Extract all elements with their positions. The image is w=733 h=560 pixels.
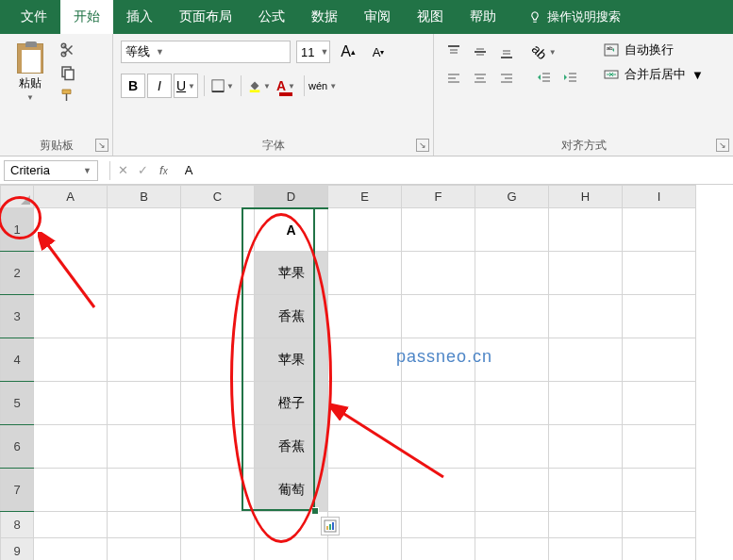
cell[interactable] [181,208,255,252]
cell[interactable] [181,469,255,512]
cell[interactable] [402,252,475,295]
cell[interactable] [34,338,108,382]
cell[interactable] [549,538,623,561]
align-top-button[interactable] [441,40,466,64]
italic-button[interactable]: I [147,74,172,98]
cancel-formula-button[interactable]: ✕ [118,163,128,177]
cell[interactable] [328,382,402,425]
row-header[interactable]: 9 [1,538,34,561]
cut-button[interactable] [58,41,77,58]
align-left-button[interactable] [441,66,466,91]
col-header-A[interactable]: A [34,186,108,208]
underline-button[interactable]: U▼ [174,74,198,98]
col-header-D[interactable]: D [255,186,328,208]
cell[interactable] [475,338,549,382]
cell[interactable] [475,252,549,295]
col-header-C[interactable]: C [181,186,255,208]
phonetic-button[interactable]: wén▼ [310,74,335,98]
wrap-text-button[interactable]: ab 自动换行 [604,41,704,58]
clipboard-dialog-launcher[interactable]: ↘ [95,139,108,152]
cell[interactable] [402,469,475,512]
cell[interactable] [108,295,181,338]
cell[interactable] [34,382,108,425]
cell[interactable] [255,512,328,538]
cell[interactable] [402,338,475,382]
select-all-corner[interactable] [1,186,34,208]
cell[interactable] [402,425,475,469]
tab-review[interactable]: 审阅 [351,0,404,34]
tab-home[interactable]: 开始 [60,0,113,34]
cell[interactable] [402,208,475,252]
cell-D1[interactable]: A [255,208,328,252]
decrease-indent-button[interactable] [532,66,557,91]
align-center-button[interactable] [468,66,492,91]
cell[interactable] [475,425,549,469]
cell[interactable] [181,338,255,382]
merge-center-button[interactable]: 合并后居中 ▼ [604,66,704,83]
col-header-F[interactable]: F [402,186,475,208]
tab-formulas[interactable]: 公式 [245,0,298,34]
row-header[interactable]: 4 [1,338,34,382]
align-right-button[interactable] [494,66,519,91]
cell[interactable] [108,469,181,512]
border-button[interactable]: ▼ [210,74,235,98]
cell[interactable] [108,538,181,561]
cell[interactable] [623,208,696,252]
cell[interactable] [328,338,402,382]
cell-D3[interactable]: 香蕉 [255,295,328,338]
cell[interactable] [34,538,108,561]
col-header-I[interactable]: I [623,186,696,208]
formula-input[interactable] [179,160,733,181]
cell[interactable] [181,252,255,295]
cell[interactable] [181,425,255,469]
font-family-combo[interactable]: 等线 ▼ [121,41,291,63]
cell[interactable] [328,425,402,469]
fx-icon[interactable]: fx [159,163,168,177]
fill-color-button[interactable]: ▼ [247,74,272,98]
tab-page-layout[interactable]: 页面布局 [166,0,245,34]
cell[interactable] [475,512,549,538]
cell-D6[interactable]: 香蕉 [255,425,328,469]
decrease-font-button[interactable]: A▾ [366,40,391,64]
cell[interactable] [108,512,181,538]
cell[interactable] [181,295,255,338]
cell[interactable] [549,252,623,295]
font-dialog-launcher[interactable]: ↘ [416,139,429,152]
cell-D7[interactable]: 葡萄 [255,469,328,512]
tab-data[interactable]: 数据 [298,0,351,34]
cell[interactable] [475,469,549,512]
row-header[interactable]: 3 [1,295,34,338]
cell-D4[interactable]: 苹果 [255,338,328,382]
cell[interactable] [328,538,402,561]
tab-help[interactable]: 帮助 [457,0,509,34]
cell[interactable] [549,512,623,538]
align-middle-button[interactable] [468,40,492,64]
copy-button[interactable] [58,64,77,81]
cell-D2[interactable]: 苹果 [255,252,328,295]
cell[interactable] [475,208,549,252]
increase-indent-button[interactable] [558,66,583,91]
cell[interactable] [623,425,696,469]
cell[interactable] [475,295,549,338]
bold-button[interactable]: B [121,74,145,98]
tab-file[interactable]: 文件 [8,0,60,34]
cell[interactable] [402,295,475,338]
paste-button[interactable]: 粘贴 ▼ [8,40,53,102]
tab-view[interactable]: 视图 [404,0,457,34]
cell[interactable] [402,538,475,561]
cell-D5[interactable]: 橙子 [255,382,328,425]
cell[interactable] [623,295,696,338]
align-bottom-button[interactable] [494,40,519,64]
cell[interactable] [623,512,696,538]
cell[interactable] [328,295,402,338]
cell[interactable] [328,469,402,512]
fill-handle[interactable] [311,507,319,515]
cell[interactable] [34,469,108,512]
cell[interactable] [108,382,181,425]
name-box[interactable]: Criteria ▼ [4,160,98,181]
cell[interactable] [34,208,108,252]
row-header[interactable]: 2 [1,252,34,295]
cell[interactable] [623,538,696,561]
cell[interactable] [108,252,181,295]
row-header[interactable]: 1 [1,208,34,252]
